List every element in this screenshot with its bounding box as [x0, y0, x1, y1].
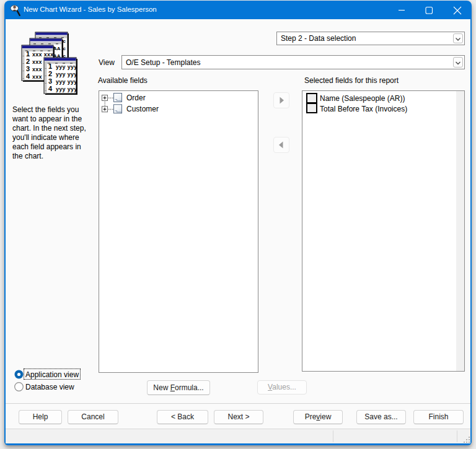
svg-text:yyy yyy: yyy yyy: [56, 71, 77, 77]
svg-text:xxx: xxx: [32, 74, 42, 80]
svg-text:xxx: xxx: [32, 59, 42, 65]
svg-text:2: 2: [26, 58, 30, 65]
svg-text:1: 1: [48, 63, 52, 70]
svg-text:yyy yyy: yyy yyy: [56, 79, 77, 85]
svg-text:yyy yyy: yyy yyy: [56, 86, 77, 92]
svg-text:Customer: Customer: [126, 105, 159, 113]
svg-text:4: 4: [48, 85, 53, 92]
svg-text:xxx xxx: xxx xxx: [32, 51, 54, 58]
svg-text:Order: Order: [126, 94, 146, 102]
svg-text:xxx: xxx: [32, 66, 42, 72]
svg-text:2: 2: [48, 70, 52, 77]
svg-text:yyy yyy: yyy yyy: [56, 64, 77, 70]
svg-text:4: 4: [26, 72, 30, 80]
svg-text:3: 3: [48, 77, 52, 85]
svg-text:c: c: [63, 46, 66, 51]
svg-text:c: c: [63, 38, 66, 44]
svg-text:3: 3: [26, 65, 30, 72]
svg-text:1: 1: [26, 50, 30, 58]
